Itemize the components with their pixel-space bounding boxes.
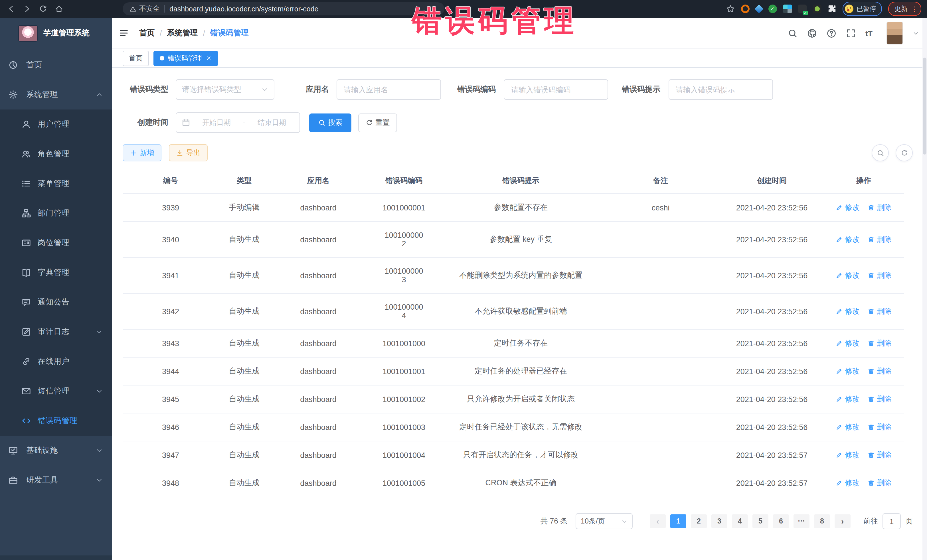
fullscreen-icon[interactable] (846, 28, 856, 38)
tab-close-icon[interactable] (206, 55, 212, 61)
edit-link[interactable]: 修改 (836, 270, 860, 281)
sidebar-item-dev-tools[interactable]: 研发工具 (0, 465, 112, 495)
page-number-button[interactable]: 2 (691, 514, 707, 528)
extension-orange-icon[interactable] (741, 5, 749, 13)
goto-page-input[interactable] (883, 513, 901, 529)
page-size-select[interactable]: 10条/页 (576, 513, 633, 529)
sidebar-item-dept[interactable]: 部门管理 (0, 199, 112, 228)
search-button[interactable]: 搜索 (309, 113, 351, 132)
toggle-search-button[interactable] (872, 144, 889, 161)
sidebar-item-error-code[interactable]: 错误码管理 (0, 406, 112, 436)
sidebar-item-menu[interactable]: 菜单管理 (0, 169, 112, 199)
edit-link[interactable]: 修改 (836, 422, 860, 432)
back-icon[interactable] (7, 5, 15, 13)
sidebar-item-audit-log[interactable]: 审计日志 (0, 317, 112, 347)
sidebar-item-user[interactable]: 用户管理 (0, 109, 112, 139)
menu-list-icon (22, 179, 31, 188)
font-size-icon[interactable]: tT (865, 28, 877, 38)
delete-link[interactable]: 删除 (868, 234, 892, 244)
tab-home[interactable]: 首页 (123, 50, 149, 66)
header-search-icon[interactable] (787, 28, 797, 38)
date-range-picker[interactable]: 开始日期 - 结束日期 (176, 112, 300, 133)
update-chip[interactable]: 更新 ⋮ (888, 2, 921, 16)
edit-link[interactable]: 修改 (836, 234, 860, 244)
page-number-button[interactable]: 3 (711, 514, 727, 528)
edit-link[interactable]: 修改 (836, 450, 860, 460)
sidebar-item-sms[interactable]: 短信管理 (0, 376, 112, 406)
scrollbar-track[interactable] (922, 18, 927, 560)
forward-icon[interactable] (23, 5, 31, 13)
page-number-button[interactable]: 1 (670, 514, 686, 528)
logo-image (18, 25, 38, 41)
delete-link[interactable]: 删除 (868, 202, 892, 213)
edit-link[interactable]: 修改 (836, 394, 860, 404)
export-button[interactable]: 导出 (169, 144, 208, 161)
page-number-button[interactable]: 5 (752, 514, 768, 528)
sidebar-item-infra[interactable]: 基础设施 (0, 436, 112, 465)
browser-menu-icon[interactable]: ⋮ (911, 5, 918, 13)
address-bar[interactable]: 不安全 dashboard.yudao.iocoder.cn/system/er… (123, 2, 444, 15)
edit-link[interactable]: 修改 (836, 202, 860, 213)
extension-gem-icon[interactable] (754, 4, 763, 13)
prev-page-button[interactable]: ‹ (650, 514, 666, 528)
reset-button[interactable]: 重置 (358, 113, 397, 132)
sidebar-item-role[interactable]: 角色管理 (0, 139, 112, 169)
page-number-button[interactable]: 4 (732, 514, 748, 528)
add-button[interactable]: 新增 (123, 144, 161, 161)
date-end-placeholder[interactable]: 结束日期 (250, 118, 294, 127)
page-number-button[interactable]: 8 (814, 514, 830, 528)
edit-link[interactable]: 修改 (836, 478, 860, 488)
extension-green-icon[interactable]: ✓ (768, 5, 777, 13)
cell-code: 1001000003 (367, 258, 441, 293)
delete-link[interactable]: 删除 (868, 338, 892, 348)
error-type-select[interactable]: 请选择错误码类型 (176, 79, 274, 100)
scrollbar-thumb[interactable] (923, 58, 926, 155)
site-warning[interactable]: 不安全 (129, 4, 160, 14)
sidebar-item-dict[interactable]: 字典管理 (0, 258, 112, 287)
error-hint-input[interactable] (668, 79, 773, 100)
extension-monkey-icon[interactable] (813, 5, 821, 13)
page-ellipsis-button[interactable]: ··· (793, 514, 810, 528)
github-icon[interactable] (807, 28, 817, 38)
edit-link[interactable]: 修改 (836, 366, 860, 376)
breadcrumb-item-current[interactable]: 错误码管理 (210, 28, 249, 38)
reload-icon[interactable] (39, 5, 47, 13)
next-page-button[interactable]: › (834, 514, 851, 528)
tab-error-code[interactable]: 错误码管理 (153, 50, 218, 66)
delete-link[interactable]: 删除 (868, 478, 892, 488)
avatar-caret-icon[interactable] (913, 30, 919, 36)
delete-link[interactable]: 删除 (868, 422, 892, 432)
cell-code: 1001000002 (367, 222, 441, 258)
edit-link[interactable]: 修改 (836, 306, 860, 317)
sidebar-item-post[interactable]: 岗位管理 (0, 228, 112, 258)
sidebar-item-home[interactable]: 首页 (0, 50, 112, 80)
hamburger-icon[interactable] (119, 28, 129, 38)
delete-link[interactable]: 删除 (868, 366, 892, 376)
sidebar-item-online-user[interactable]: 在线用户 (0, 347, 112, 376)
extension-on-badge-icon[interactable]: on (798, 5, 806, 13)
breadcrumb-item-home[interactable]: 首页 (139, 28, 155, 38)
edit-link[interactable]: 修改 (836, 338, 860, 348)
delete-link[interactable]: 删除 (868, 394, 892, 404)
sidebar-collapse-bar[interactable] (0, 555, 112, 560)
error-code-input[interactable] (504, 79, 608, 100)
help-icon[interactable] (826, 28, 836, 38)
delete-link[interactable]: 删除 (868, 450, 892, 460)
sidebar-item-notice[interactable]: 通知公告 (0, 287, 112, 317)
date-start-placeholder[interactable]: 开始日期 (195, 118, 239, 127)
url-text[interactable]: dashboard.yudao.iocoder.cn/system/error-… (169, 5, 319, 13)
breadcrumb-item-system[interactable]: 系统管理 (167, 28, 198, 38)
page-number-button[interactable]: 6 (773, 514, 789, 528)
sidebar-item-system[interactable]: 系统管理 (0, 80, 112, 109)
profile-chip[interactable]: 已暂停 (842, 2, 882, 16)
home-icon[interactable] (55, 5, 63, 13)
extension-grid-icon[interactable] (783, 5, 792, 13)
table-row: 3947自动生成dashboard1001001004只有开启状态的任务，才可以… (123, 441, 904, 469)
user-avatar[interactable] (886, 22, 903, 44)
extensions-puzzle-icon[interactable] (827, 5, 836, 13)
delete-link[interactable]: 删除 (868, 270, 892, 281)
bookmark-star-icon[interactable] (726, 5, 734, 13)
refresh-table-button[interactable] (896, 144, 913, 161)
delete-link[interactable]: 删除 (868, 306, 892, 317)
app-name-input[interactable] (336, 79, 441, 100)
